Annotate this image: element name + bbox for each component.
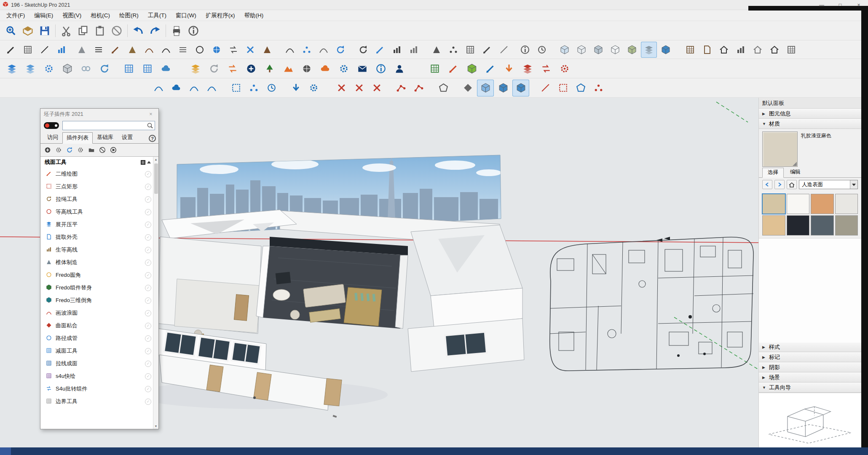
plugin-item[interactable]: 曲面粘合✓: [40, 319, 153, 332]
plugin-item[interactable]: Fredo组件替身✓: [40, 281, 153, 294]
section-tags[interactable]: ▶ 标记: [759, 352, 861, 362]
resize-handle-icon[interactable]: [793, 162, 797, 166]
plugin-item[interactable]: 生等高线✓: [40, 244, 153, 256]
section-shadows[interactable]: ▶ 阴影: [759, 362, 861, 372]
follow-me-button[interactable]: [225, 42, 241, 58]
search-input[interactable]: [62, 121, 155, 130]
pizi-cloud-upload-button[interactable]: [316, 60, 334, 77]
circle-arrow-button[interactable]: [355, 42, 371, 58]
material-preview[interactable]: [762, 131, 798, 167]
iso-box-b-button[interactable]: [495, 80, 512, 96]
home-materials-button[interactable]: [787, 180, 797, 189]
menu-help[interactable]: 帮助(H): [239, 11, 268, 21]
layer-stack-a-button[interactable]: [3, 60, 21, 77]
ext-gear-red-button[interactable]: [556, 60, 573, 77]
paste-button[interactable]: [92, 22, 108, 39]
prism-gray-button[interactable]: [59, 60, 76, 77]
pizi-tree-button[interactable]: [261, 60, 279, 77]
menu-camera[interactable]: 相机(C): [86, 11, 115, 21]
collapse-up-icon[interactable]: [147, 160, 151, 165]
door-button[interactable]: [699, 42, 715, 58]
panel-grid-button[interactable]: [462, 42, 478, 58]
red-diagonal-button[interactable]: [537, 80, 554, 96]
section-entity-info[interactable]: ▶ 图元信息: [759, 109, 861, 119]
x-frame-button[interactable]: [555, 80, 571, 96]
scroll-up-icon[interactable]: ▲: [153, 157, 158, 162]
circle-button[interactable]: [192, 42, 208, 58]
material-swatch-dark-slate[interactable]: [811, 215, 834, 236]
menu-extensions[interactable]: 扩展程序(x): [201, 11, 240, 21]
ext-stack-red-button[interactable]: [519, 60, 536, 77]
refresh-plugins-button[interactable]: [65, 145, 74, 155]
fan-button[interactable]: [74, 42, 90, 58]
time-check-button[interactable]: [263, 80, 280, 96]
ext-pipe-red-button[interactable]: [537, 60, 555, 77]
material-swatch-gray-taupe[interactable]: [835, 215, 858, 236]
histogram-button[interactable]: [54, 42, 70, 58]
beads-button[interactable]: [299, 42, 315, 58]
z-select-button[interactable]: [572, 80, 589, 96]
axis-target-button[interactable]: [459, 80, 476, 96]
help-icon[interactable]: ?: [149, 135, 156, 142]
weld-button[interactable]: [242, 42, 258, 58]
grid-window-b-button[interactable]: [139, 60, 156, 77]
equal-lines-button[interactable]: [175, 42, 191, 58]
polyline-nodes-a-button[interactable]: [393, 80, 410, 96]
plugin-item[interactable]: S4u批转组件✓: [40, 383, 153, 395]
menu-tools[interactable]: 工具(T): [143, 11, 171, 21]
plugin-list-scrollbar[interactable]: ▲ ▼: [153, 157, 158, 429]
bow-arc-button[interactable]: [141, 42, 157, 58]
select-region-button[interactable]: [228, 80, 244, 96]
dropdown-arrow-icon[interactable]: [850, 180, 857, 189]
blade-button[interactable]: [496, 42, 512, 58]
menu-file[interactable]: 文件(F): [2, 11, 29, 21]
curve-arrow-button[interactable]: [203, 80, 220, 96]
filter-plugins-button[interactable]: [98, 145, 107, 155]
scroll-down-icon[interactable]: ▼: [153, 423, 158, 429]
plugin-item[interactable]: 二维绘图✓: [40, 168, 153, 180]
soap-bubble-button[interactable]: [557, 42, 573, 58]
copy-button[interactable]: [75, 22, 91, 39]
print-button[interactable]: [169, 22, 185, 39]
menu-window[interactable]: 窗口(W): [171, 11, 201, 21]
model-info-button[interactable]: [185, 22, 201, 39]
plugin-item[interactable]: Fredo三维倒角✓: [40, 294, 153, 307]
cut-button[interactable]: [58, 22, 74, 39]
wave-button[interactable]: [316, 42, 332, 58]
iso-box-c-button[interactable]: [512, 80, 529, 96]
window-button[interactable]: [783, 42, 799, 58]
dot-grid-button[interactable]: [445, 42, 461, 58]
plugin-item[interactable]: 边界工具✓: [40, 395, 153, 408]
material-swatch-pale-gray[interactable]: [835, 194, 858, 214]
x-cut-c-button[interactable]: [368, 80, 385, 96]
rectangle-button[interactable]: [20, 42, 36, 58]
iso-box-a-button[interactable]: [477, 80, 494, 96]
section-instructor[interactable]: ▼ 工具向导: [759, 383, 861, 393]
plugin-item[interactable]: 椎体制造✓: [40, 256, 153, 269]
rake-button[interactable]: [389, 42, 405, 58]
offset-button[interactable]: [91, 42, 107, 58]
furniture-cabinet-button[interactable]: [682, 42, 698, 58]
section-materials[interactable]: ▼ 材质: [759, 119, 861, 129]
slash-pencil-button[interactable]: [372, 42, 388, 58]
plugin-close-button[interactable]: ×: [147, 110, 155, 118]
plugin-tab-0[interactable]: 访问: [43, 132, 62, 143]
add-plugin-button[interactable]: [43, 145, 52, 155]
pizi-add-button[interactable]: [242, 60, 260, 77]
plugin-item[interactable]: Fredo圆角✓: [40, 269, 153, 281]
flip-button[interactable]: [429, 42, 445, 58]
zoom-extents-button[interactable]: [3, 22, 19, 39]
plugin-item[interactable]: 三点矩形✓: [40, 180, 153, 193]
roof-button[interactable]: [750, 42, 766, 58]
sphere-button[interactable]: [209, 42, 225, 58]
line-button[interactable]: [37, 42, 53, 58]
box-shell-button[interactable]: [590, 42, 606, 58]
plugin-item[interactable]: 拉线成面✓: [40, 357, 153, 370]
plugin-panel-titlebar[interactable]: 坯子插件库 2021 ×: [40, 109, 158, 120]
grid-window-a-button[interactable]: [120, 60, 138, 77]
spiral-button[interactable]: [332, 42, 348, 58]
knife-button[interactable]: [107, 42, 123, 58]
paint-button[interactable]: [259, 42, 275, 58]
arc-button[interactable]: [158, 42, 174, 58]
cloud-blue-button[interactable]: [157, 60, 175, 77]
